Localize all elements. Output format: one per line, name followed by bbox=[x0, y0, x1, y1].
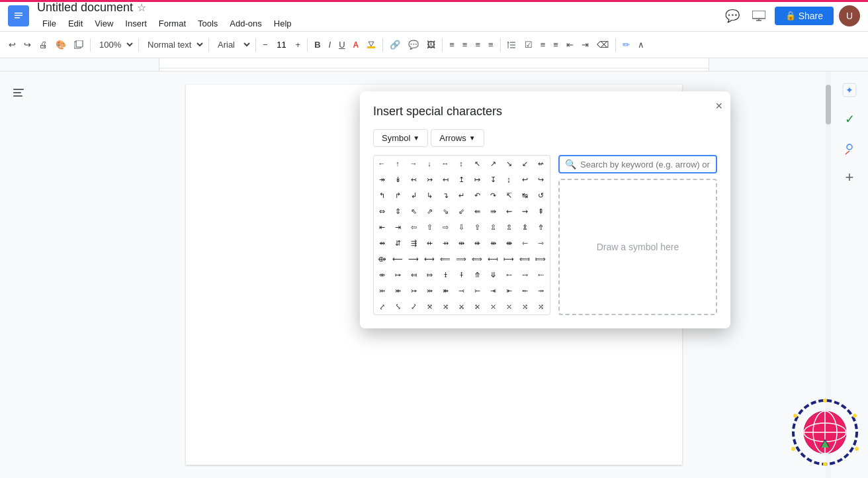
symbol-cell[interactable]: ↡ bbox=[390, 171, 406, 187]
symbol-cell[interactable]: ⤕ bbox=[390, 283, 406, 299]
symbol-cell[interactable]: ⇮ bbox=[533, 219, 548, 235]
symbol-cell[interactable]: ⇗ bbox=[421, 203, 437, 219]
symbol-cell[interactable]: ⟶ bbox=[406, 251, 421, 267]
symbol-cell[interactable]: ↸ bbox=[501, 187, 517, 203]
symbol-cell[interactable]: ⤮ bbox=[533, 299, 548, 314]
symbol-cell[interactable]: ⇞ bbox=[533, 203, 548, 219]
plus-icon[interactable]: + bbox=[836, 164, 863, 191]
symbol-cell[interactable]: ⇥ bbox=[390, 219, 406, 235]
symbol-cell[interactable]: ⇬ bbox=[501, 219, 517, 235]
symbol-cell[interactable]: ⇯ bbox=[548, 219, 550, 235]
font-select[interactable]: Arial bbox=[212, 38, 252, 52]
symbol-cell[interactable]: ⤞ bbox=[533, 283, 548, 299]
symbol-cell[interactable]: ⤘ bbox=[437, 283, 453, 299]
symbol-cell[interactable]: ⟽ bbox=[517, 251, 533, 267]
menu-insert[interactable]: Insert bbox=[120, 16, 152, 31]
menu-format[interactable]: Format bbox=[153, 16, 191, 31]
symbol-cell[interactable]: ⤇ bbox=[421, 267, 437, 283]
symbol-cell[interactable]: ⟹ bbox=[453, 251, 469, 267]
symbol-cell[interactable]: ↔ bbox=[437, 156, 453, 171]
link-btn[interactable]: 🔗 bbox=[386, 37, 404, 52]
symbol-cell[interactable]: ⇻ bbox=[485, 235, 501, 251]
symbol-cell[interactable]: ↶ bbox=[469, 187, 485, 203]
symbol-cell[interactable]: ⇚ bbox=[469, 203, 485, 219]
symbol-cell[interactable]: ↰ bbox=[374, 187, 390, 203]
symbol-cell[interactable]: ⤭ bbox=[517, 299, 533, 314]
symbol-cell[interactable]: ⤟ bbox=[548, 283, 550, 299]
arrows-tab[interactable]: Arrows ▼ bbox=[431, 129, 484, 147]
star-icon[interactable]: ☆ bbox=[137, 1, 146, 14]
symbol-cell[interactable]: ↑ bbox=[390, 156, 406, 171]
menu-view[interactable]: View bbox=[89, 16, 118, 31]
clear-formatting-btn[interactable]: ⌫ bbox=[593, 37, 612, 52]
symbol-cell[interactable]: ⇟ bbox=[548, 203, 550, 219]
symbol-cell[interactable]: ↗ bbox=[485, 156, 501, 171]
symbol-cell[interactable]: ⇽ bbox=[517, 235, 533, 251]
symbol-cell[interactable]: → bbox=[406, 156, 421, 171]
line-spacing-btn[interactable] bbox=[504, 38, 520, 52]
symbol-cell[interactable]: ↧ bbox=[485, 171, 501, 187]
text-color-btn[interactable]: A bbox=[350, 38, 363, 52]
font-size-decrease-btn[interactable]: − bbox=[259, 37, 271, 52]
symbol-cell[interactable]: ↵ bbox=[453, 187, 469, 203]
symbol-cell[interactable]: ↙ bbox=[517, 156, 533, 171]
symbol-cell[interactable]: ⇼ bbox=[501, 235, 517, 251]
symbol-cell[interactable]: ↺ bbox=[533, 187, 548, 203]
symbol-cell[interactable]: ↴ bbox=[437, 187, 453, 203]
symbol-tab[interactable]: Symbol ▼ bbox=[373, 129, 428, 147]
symbol-cell[interactable]: ⇭ bbox=[517, 219, 533, 235]
symbol-cell[interactable]: ↲ bbox=[406, 187, 421, 203]
symbol-cell[interactable]: ⇪ bbox=[469, 219, 485, 235]
symbol-cell[interactable]: ⇔ bbox=[374, 203, 390, 219]
underline-btn[interactable]: U bbox=[335, 37, 348, 52]
outline-icon[interactable] bbox=[8, 82, 29, 103]
symbol-cell[interactable]: ↦ bbox=[469, 171, 485, 187]
symbol-cell[interactable]: ↘ bbox=[501, 156, 517, 171]
presentation-icon-btn[interactable] bbox=[748, 5, 769, 26]
symbol-cell[interactable]: ⇙ bbox=[453, 203, 469, 219]
undo-btn[interactable]: ↩ bbox=[5, 37, 19, 52]
symbol-cell[interactable]: ⤛ bbox=[485, 283, 501, 299]
menu-help[interactable]: Help bbox=[269, 16, 297, 31]
symbol-cell[interactable]: ⤖ bbox=[406, 283, 421, 299]
symbol-cell[interactable]: ⤍ bbox=[517, 267, 533, 283]
symbol-cell[interactable]: ⤚ bbox=[469, 283, 485, 299]
image-btn[interactable]: 🖼 bbox=[423, 37, 439, 52]
symbol-cell[interactable]: ⇝ bbox=[517, 203, 533, 219]
chevron-up-btn[interactable]: ∧ bbox=[634, 37, 648, 52]
symbol-cell[interactable]: ⤝ bbox=[517, 283, 533, 299]
symbol-cell[interactable]: ⟼ bbox=[501, 251, 517, 267]
align-center-btn[interactable]: ≡ bbox=[459, 37, 471, 52]
app-icon[interactable] bbox=[8, 5, 29, 26]
symbol-cell[interactable]: ⇷ bbox=[421, 235, 437, 251]
redo-btn[interactable]: ↪ bbox=[21, 37, 34, 52]
symbol-cell[interactable]: ↖ bbox=[469, 156, 485, 171]
symbol-cell[interactable]: ⤤ bbox=[374, 299, 390, 314]
menu-addons[interactable]: Add-ons bbox=[224, 16, 267, 31]
symbol-cell[interactable]: ⤔ bbox=[374, 283, 390, 299]
symbol-cell[interactable]: ⇶ bbox=[406, 235, 421, 251]
symbol-cell[interactable]: ⇤ bbox=[374, 219, 390, 235]
align-right-btn[interactable]: ≡ bbox=[472, 37, 484, 52]
style-select[interactable]: Normal text bbox=[142, 38, 205, 52]
symbol-cell[interactable]: ⟴ bbox=[374, 251, 390, 267]
symbol-cell[interactable]: ↷ bbox=[485, 187, 501, 203]
symbol-grid-area[interactable]: ←↑→↓↔↕↖↗↘↙↚↛↜↝↞↟↠↡↢↣↤↥↦↧↨↩↪↫↬↭↮↯↰↱↲↳↴↵↶↷… bbox=[373, 155, 550, 315]
symbol-cell[interactable]: ⤬ bbox=[501, 299, 517, 314]
symbol-cell[interactable]: ⤩ bbox=[453, 299, 469, 314]
symbol-cell[interactable]: ⟵ bbox=[390, 251, 406, 267]
symbol-cell[interactable]: ⇩ bbox=[453, 219, 469, 235]
symbol-cell[interactable]: ⤊ bbox=[469, 267, 485, 283]
symbol-cell[interactable]: ⇕ bbox=[390, 203, 406, 219]
copy-format-btn[interactable] bbox=[71, 38, 87, 52]
bold-btn[interactable]: B bbox=[311, 37, 324, 52]
symbol-cell[interactable]: ⇘ bbox=[437, 203, 453, 219]
increase-indent-btn[interactable]: ⇥ bbox=[578, 37, 592, 52]
symbol-cell[interactable]: ⤫ bbox=[485, 299, 501, 314]
symbol-cell[interactable]: ⤙ bbox=[453, 283, 469, 299]
symbol-cell[interactable]: ⤯ bbox=[548, 299, 550, 314]
share-button[interactable]: 🔒 Share bbox=[775, 7, 834, 25]
symbol-cell[interactable]: ↳ bbox=[421, 187, 437, 203]
symbol-cell[interactable]: ⤆ bbox=[406, 267, 421, 283]
symbol-cell[interactable]: ↛ bbox=[548, 156, 550, 171]
